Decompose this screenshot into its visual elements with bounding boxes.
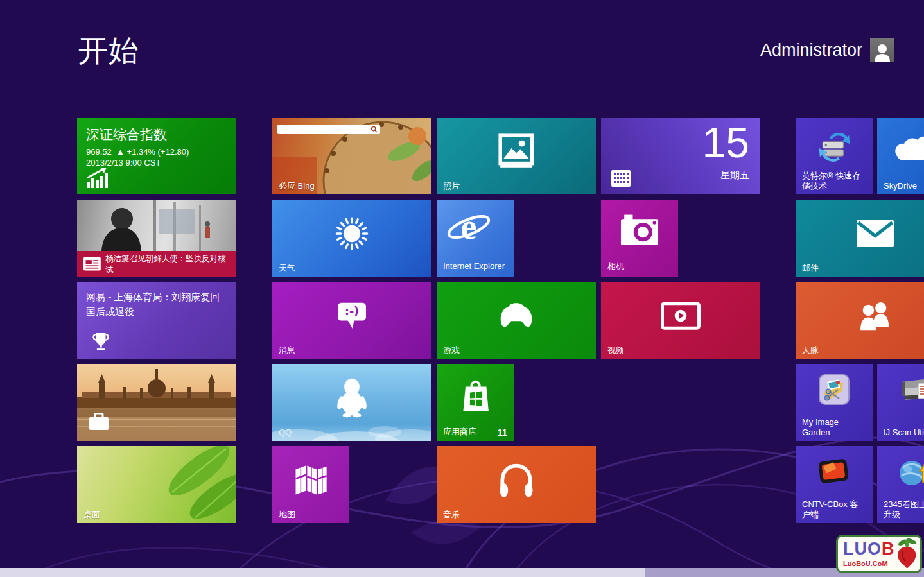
stock-time: 2013/2/13 9:00 CST — [86, 158, 227, 168]
scrollbar-thumb[interactable] — [0, 568, 645, 577]
map-icon — [293, 463, 329, 497]
newspaper-icon — [83, 256, 101, 271]
tile-cntv-cbox[interactable]: CNTV-CBox 客户端 — [796, 446, 873, 523]
calendar-weekday: 星期五 — [720, 169, 749, 182]
tile-label: 邮件 — [802, 263, 924, 273]
tile-bing[interactable]: 必应 Bing — [272, 118, 431, 194]
globe-update-icon — [898, 455, 924, 487]
headphones-icon — [496, 461, 537, 499]
finance-chart-icon — [86, 168, 112, 188]
camera-icon — [618, 214, 661, 247]
photo-frame-icon — [496, 132, 536, 171]
tile-label: 2345看图王版本升级 — [884, 499, 924, 521]
watermark-word-main: LUO — [843, 539, 882, 558]
people-icon — [855, 300, 895, 331]
clouds-icon — [891, 132, 924, 163]
tile-messages[interactable]: :-) 消息 — [272, 282, 431, 359]
message-bubble-icon: :-) — [333, 299, 370, 332]
tile-people[interactable]: 人脉 — [796, 282, 924, 359]
tile-label: QQ — [279, 427, 424, 438]
tile-label: IJ Scan Utility — [884, 427, 924, 438]
store-bag-icon — [457, 375, 494, 417]
user-name: Administrator — [760, 40, 862, 60]
tile-mail[interactable]: 邮件 — [796, 200, 924, 277]
news-strip: 杨洁篪召见朝鲜大使：坚决反对核试 — [77, 251, 236, 277]
user-account[interactable]: Administrator — [760, 38, 894, 62]
tile-label: 照片 — [443, 181, 588, 191]
tile-intel-rapid-storage[interactable]: 英特尔® 快速存储技术 — [796, 118, 873, 194]
tile-label: Internet Explorer — [443, 261, 506, 271]
tile-ij-scan-utility[interactable]: IJ Scan Utility — [877, 364, 924, 441]
tile-2345-viewer-update[interactable]: 2345看图王版本升级 — [877, 446, 924, 523]
tile-internet-explorer[interactable]: e Internet Explorer — [437, 200, 514, 277]
watermark-site: LuoBoU.CoM — [843, 560, 895, 567]
page-title: 开始 — [78, 31, 139, 71]
my-image-garden-icon — [819, 374, 850, 405]
tile-label: 必应 Bing — [279, 181, 424, 191]
envelope-icon — [857, 220, 894, 247]
avatar[interactable] — [870, 38, 894, 62]
trophy-icon — [90, 331, 112, 352]
tile-photos[interactable]: 照片 — [437, 118, 596, 194]
tile-travel[interactable] — [77, 364, 236, 441]
user-icon — [874, 43, 891, 62]
tile-label: CNTV-CBox 客户端 — [802, 499, 865, 521]
search-icon — [370, 126, 378, 133]
watermark-word-accent: B — [882, 539, 895, 558]
cntv-cbox-icon — [817, 458, 851, 486]
watermark-word: LUOB — [843, 540, 895, 558]
video-player-icon — [661, 302, 701, 330]
tile-my-image-garden[interactable]: My Image Garden — [796, 364, 873, 441]
tile-label: 天气 — [279, 263, 424, 273]
ie-logo-icon: e — [446, 205, 492, 251]
svg-text::-): :-) — [345, 305, 359, 318]
stock-title: 深证综合指数 — [86, 126, 227, 144]
calendar-day: 15 — [702, 119, 749, 166]
calendar-icon — [611, 170, 631, 187]
tile-label: My Image Garden — [802, 417, 865, 438]
tile-label: 音乐 — [443, 510, 588, 520]
start-screen: 开始 Administrator 深证综合指数 969.52 ▲ +1.34% … — [0, 0, 924, 577]
tile-desktop[interactable]: 桌面 — [77, 446, 236, 523]
radish-icon — [895, 537, 918, 571]
luobou-watermark: LUOB LuoBoU.CoM — [836, 535, 922, 573]
suitcase-icon — [89, 413, 109, 431]
tile-music[interactable]: 音乐 — [437, 446, 596, 523]
tile-news[interactable]: 杨洁篪召见朝鲜大使：坚决反对核试 — [77, 200, 236, 277]
netease-headline: 网易 - 上海体育局：刘翔康复回国后或退役 — [86, 290, 225, 319]
tile-label: 消息 — [279, 345, 424, 356]
horizontal-scrollbar[interactable] — [0, 568, 924, 577]
scanner-icon — [899, 373, 924, 405]
tile-label: SkyDrive — [884, 181, 924, 191]
tile-stock-index[interactable]: 深证综合指数 969.52 ▲ +1.34% (+12.80) 2013/2/1… — [77, 118, 236, 194]
news-headline: 杨洁篪召见朝鲜大使：坚决反对核试 — [105, 254, 232, 275]
svg-text:e: e — [461, 207, 477, 246]
tile-label: 相机 — [607, 261, 670, 271]
news-photo — [77, 200, 236, 251]
tile-netease-sports[interactable]: 网易 - 上海体育局：刘翔康复回国后或退役 — [77, 282, 236, 359]
game-controller-icon — [496, 301, 537, 331]
tile-camera[interactable]: 相机 — [601, 200, 678, 277]
sun-icon — [331, 212, 373, 255]
tile-label: 桌面 — [83, 510, 229, 520]
store-update-badge: 11 — [497, 427, 507, 438]
tile-weather[interactable]: 天气 — [272, 200, 431, 277]
tile-qq[interactable]: QQ — [272, 364, 431, 441]
tile-label: 视频 — [607, 345, 753, 356]
bing-search-input[interactable] — [277, 125, 380, 134]
tile-video[interactable]: 视频 — [601, 282, 760, 359]
tile-label: 地图 — [279, 510, 342, 520]
stock-quote: 969.52 ▲ +1.34% (+12.80) — [86, 147, 227, 157]
tile-label: 英特尔® 快速存储技术 — [802, 171, 865, 192]
tile-calendar[interactable]: 15 星期五 — [601, 118, 760, 194]
tile-games[interactable]: 游戏 — [437, 282, 596, 359]
tile-maps[interactable]: 地图 — [272, 446, 349, 523]
tile-skydrive[interactable]: SkyDrive — [877, 118, 924, 194]
tile-label: 游戏 — [443, 345, 588, 356]
intel-storage-icon — [816, 130, 852, 162]
tile-label: 人脉 — [802, 345, 924, 356]
qq-penguin-icon — [335, 377, 369, 419]
tile-store[interactable]: 应用商店 11 — [437, 364, 514, 441]
